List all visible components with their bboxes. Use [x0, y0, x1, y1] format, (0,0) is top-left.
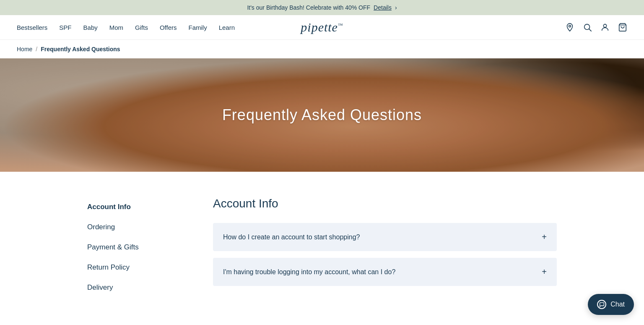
nav-item-mom[interactable]: Mom — [109, 24, 123, 31]
header: Bestsellers SPF Baby Mom Gifts Offers Fa… — [0, 15, 644, 40]
announcement-details-link[interactable]: Details — [374, 4, 392, 11]
sidebar-item-payment-gifts[interactable]: Payment & Gifts — [87, 237, 188, 257]
nav-item-baby[interactable]: Baby — [83, 24, 98, 31]
hero-title: Frequently Asked Questions — [222, 106, 422, 124]
sidebar-item-account-info[interactable]: Account Info — [87, 197, 188, 217]
nav-item-spf[interactable]: SPF — [59, 24, 71, 31]
breadcrumb: Home / Frequently Asked Questions — [0, 40, 644, 58]
chat-label: Chat — [610, 301, 625, 308]
nav-item-learn[interactable]: Learn — [219, 24, 235, 31]
faq-sidebar: Account Info Ordering Payment & Gifts Re… — [87, 197, 188, 298]
breadcrumb-home[interactable]: Home — [17, 46, 32, 52]
faq-expand-icon-1: + — [542, 232, 547, 242]
site-logo[interactable]: pipette™ — [301, 20, 343, 34]
nav-item-gifts[interactable]: Gifts — [135, 24, 148, 31]
sidebar-item-delivery[interactable]: Delivery — [87, 278, 188, 298]
svg-point-3 — [603, 24, 606, 27]
announcement-chevron: › — [395, 4, 397, 11]
account-icon[interactable] — [600, 23, 610, 32]
hero-banner: Frequently Asked Questions — [0, 58, 644, 172]
chat-button[interactable]: Chat — [588, 294, 634, 315]
faq-section-title: Account Info — [213, 197, 557, 210]
announcement-text: It's our Birthday Bash! Celebrate with 4… — [247, 4, 370, 11]
location-icon[interactable] — [565, 23, 574, 32]
breadcrumb-current: Frequently Asked Questions — [41, 46, 120, 52]
svg-point-0 — [569, 25, 571, 27]
faq-item-1[interactable]: How do I create an account to start shop… — [213, 223, 557, 251]
nav-item-family[interactable]: Family — [189, 24, 207, 31]
cart-icon[interactable] — [618, 23, 627, 32]
logo-text: pipette™ — [301, 20, 343, 34]
main-content: Account Info Ordering Payment & Gifts Re… — [70, 172, 574, 315]
nav-item-offers[interactable]: Offers — [160, 24, 177, 31]
breadcrumb-separator: / — [36, 46, 37, 52]
faq-expand-icon-2: + — [542, 267, 547, 277]
sidebar-item-return-policy[interactable]: Return Policy — [87, 257, 188, 278]
header-icons — [565, 23, 627, 32]
main-nav: Bestsellers SPF Baby Mom Gifts Offers Fa… — [17, 24, 235, 31]
search-icon[interactable] — [583, 23, 592, 32]
faq-item-2[interactable]: I'm having trouble logging into my accou… — [213, 258, 557, 286]
svg-line-2 — [589, 29, 591, 31]
chat-bubble-icon — [597, 300, 606, 309]
faq-question-1: How do I create an account to start shop… — [223, 233, 360, 241]
announcement-bar: It's our Birthday Bash! Celebrate with 4… — [0, 0, 644, 15]
nav-item-bestsellers[interactable]: Bestsellers — [17, 24, 47, 31]
faq-content: Account Info How do I create an account … — [213, 197, 557, 298]
sidebar-item-ordering[interactable]: Ordering — [87, 217, 188, 237]
faq-question-2: I'm having trouble logging into my accou… — [223, 268, 395, 276]
